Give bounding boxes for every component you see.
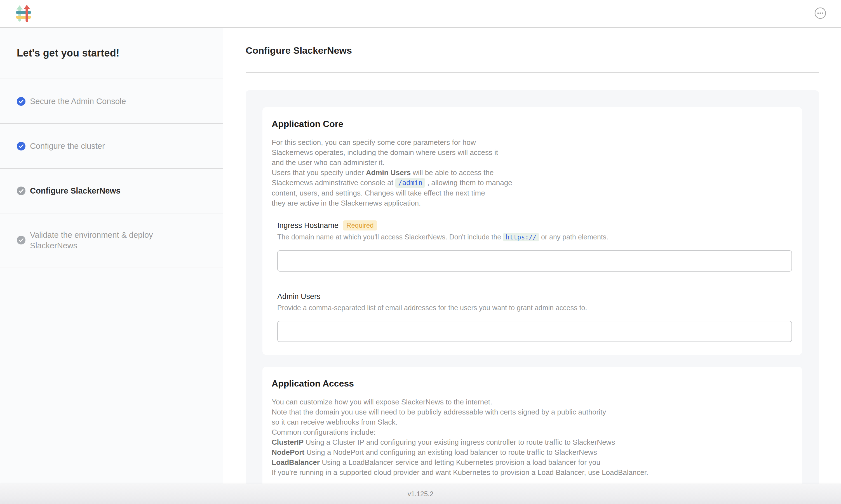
sidebar-item-validate-deploy[interactable]: Validate the environment & deploy Slacke… (0, 213, 223, 267)
ingress-hostname-label: Ingress Hostname (277, 221, 339, 230)
setup-steps-sidebar: Let's get you started! Secure the Admin … (0, 28, 223, 504)
slackernews-logo-icon[interactable] (16, 5, 31, 23)
app-version-label: v1.125.2 (408, 490, 433, 498)
ingress-hostname-field-group: Ingress Hostname Required The domain nam… (277, 220, 792, 272)
sidebar-header: Let's get you started! (0, 28, 223, 79)
section-heading: Application Access (272, 378, 792, 389)
sidebar-item-label: Configure the cluster (30, 141, 105, 151)
section-description: For this section, you can specify some c… (272, 137, 792, 208)
sidebar-item-label: Secure the Admin Console (30, 96, 126, 107)
version-footer: v1.125.2 (0, 484, 841, 504)
ingress-hostname-help: The domain name at which you'll access S… (277, 232, 792, 242)
page-title: Configure SlackerNews (246, 44, 819, 56)
sidebar-title: Let's get you started! (17, 47, 120, 59)
title-divider (246, 72, 819, 73)
check-circle-icon (17, 142, 25, 150)
check-circle-icon (17, 236, 25, 245)
admin-users-label: Admin Users (277, 292, 321, 301)
application-core-card: Application Core For this section, you c… (263, 107, 802, 355)
sidebar-item-label: Validate the environment & deploy Slacke… (30, 230, 192, 251)
required-badge: Required (343, 220, 377, 231)
application-access-card: Application Access You can customize how… (263, 367, 802, 490)
admin-users-input[interactable] (277, 321, 792, 342)
ellipsis-circle-icon (815, 7, 826, 20)
sidebar-item-configure-slackernews[interactable]: Configure SlackerNews (0, 169, 223, 213)
config-sections-panel: Application Core For this section, you c… (246, 90, 819, 504)
section-description: You can customize how you will expose Sl… (272, 397, 792, 478)
check-circle-icon (17, 186, 25, 195)
admin-users-field-group: Admin Users Provide a comma-separated li… (277, 292, 792, 342)
more-options-button[interactable] (814, 7, 826, 20)
section-heading: Application Core (272, 118, 792, 129)
sidebar-item-label: Configure SlackerNews (30, 185, 121, 196)
sidebar-item-secure-admin-console[interactable]: Secure the Admin Console (0, 79, 223, 124)
check-circle-icon (17, 97, 25, 106)
sidebar-item-configure-cluster[interactable]: Configure the cluster (0, 124, 223, 169)
config-main-area: Configure SlackerNews Application Core F… (223, 28, 841, 504)
admin-users-help: Provide a comma-separated list of email … (277, 303, 792, 312)
ingress-hostname-input[interactable] (277, 250, 792, 272)
top-bar (0, 0, 841, 28)
